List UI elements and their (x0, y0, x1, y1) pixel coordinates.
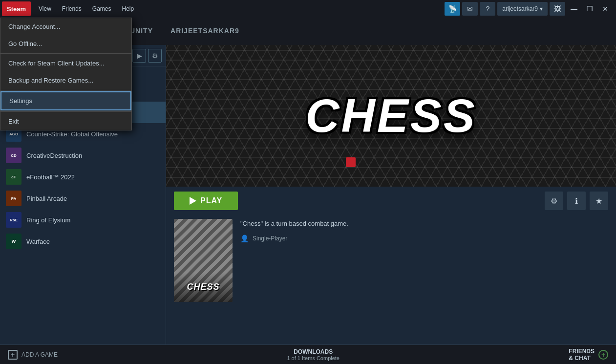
downloads-status[interactable]: DOWNLOADS 1 of 1 Items Complete (287, 348, 340, 361)
game-item-efootball[interactable]: eF eFootball™ 2022 (0, 166, 166, 188)
game-item-pinball[interactable]: PA Pinball Arcade (0, 188, 166, 209)
play-triangle-icon (190, 197, 196, 205)
game-name-roe: Ring of Elysium (26, 216, 70, 224)
thumb-title: CHESS (187, 282, 219, 292)
thumb-background: CHESS (174, 219, 233, 302)
game-name-pinball: Pinball Arcade (26, 195, 67, 202)
close-button[interactable]: ✕ (598, 2, 612, 16)
dropdown-arrow-icon: ▾ (540, 5, 543, 12)
filter-button[interactable]: ⚙ (148, 49, 162, 63)
minimize-button[interactable]: — (567, 2, 581, 16)
game-item-warface[interactable]: W Warface (0, 231, 166, 252)
downloads-title: DOWNLOADS (294, 348, 333, 355)
game-thumbnail: CHESS (174, 219, 233, 302)
game-content: CHESS PLAY ⚙ ℹ ★ CHESS "Ches (166, 45, 616, 344)
title-bar-right: 📡 ✉ ? arijeetsarkar9 ▾ 🖼 — ❐ ✕ (445, 2, 616, 16)
dropdown-settings[interactable]: Settings (0, 91, 131, 110)
game-hero-banner: CHESS (166, 45, 616, 187)
play-sort-button[interactable]: ▶ (132, 49, 146, 63)
hero-background: CHESS (166, 45, 616, 187)
game-icon-roe: RoE (6, 212, 21, 228)
red-badge-icon (346, 157, 356, 167)
dropdown-divider-1 (0, 53, 131, 54)
friends-add-icon: + (598, 350, 608, 360)
game-item-creativedestruction[interactable]: CD CreativeDestruction (0, 145, 166, 166)
game-actions-bar: PLAY ⚙ ℹ ★ (166, 187, 616, 215)
add-icon: + (8, 350, 18, 360)
dropdown-check-updates[interactable]: Check for Steam Client Updates... (0, 55, 131, 72)
dropdown-change-account[interactable]: Change Account... (0, 18, 131, 35)
title-bar: Steam View Friends Games Help 📡 ✉ ? arij… (0, 0, 616, 18)
play-label: PLAY (200, 196, 222, 205)
friends-chat-button[interactable]: FRIENDS& CHAT + (569, 348, 608, 362)
tab-username[interactable]: ARIJEETSARKAR9 (163, 18, 247, 45)
game-icon-warface: W (6, 234, 21, 249)
favorite-action-button[interactable]: ★ (590, 192, 608, 210)
dropdown-divider-3 (0, 111, 131, 112)
game-icon-efootball: eF (6, 169, 21, 185)
menu-friends[interactable]: Friends (57, 0, 86, 18)
game-item-roe[interactable]: RoE Ring of Elysium (0, 209, 166, 231)
game-name-csgo: Counter-Strike: Global Offensive (26, 130, 118, 138)
broadcast-icon-button[interactable]: 📡 (445, 2, 460, 16)
dropdown-go-offline[interactable]: Go Offline... (0, 35, 131, 52)
downloads-subtitle: 1 of 1 Items Complete (287, 355, 340, 361)
steam-dropdown-menu: Change Account... Go Offline... Check fo… (0, 18, 132, 130)
title-bar-left: Steam View Friends Games Help (0, 0, 139, 18)
info-action-button[interactable]: ℹ (567, 192, 586, 210)
game-description-panel: "Chess" is a turn based combat game. 👤 S… (240, 219, 608, 302)
game-info-section: CHESS "Chess" is a turn based combat gam… (166, 215, 616, 306)
dropdown-backup-restore[interactable]: Backup and Restore Games... (0, 72, 131, 89)
user-account-button[interactable]: arijeetsarkar9 ▾ (497, 2, 548, 16)
menu-help[interactable]: Help (117, 0, 139, 18)
menu-view[interactable]: View (34, 0, 56, 18)
screenshot-icon-button[interactable]: 🖼 (550, 2, 565, 16)
status-bar: + ADD A GAME DOWNLOADS 1 of 1 Items Comp… (0, 344, 616, 364)
single-player-tag: Single-Player (253, 235, 287, 242)
steam-menu-button[interactable]: Steam (2, 1, 31, 16)
username-label: arijeetsarkar9 (502, 5, 538, 12)
game-name-efootball: eFootball™ 2022 (26, 173, 75, 181)
help-icon-button[interactable]: ? (480, 2, 495, 16)
game-name-warface: Warface (26, 238, 50, 245)
single-player-icon: 👤 (240, 235, 249, 242)
play-button[interactable]: PLAY (174, 192, 238, 210)
game-name-cd: CreativeDestruction (26, 152, 82, 159)
dropdown-divider-2 (0, 90, 131, 90)
game-icon-pinball: PA (6, 191, 21, 206)
game-icon-cd: CD (6, 148, 21, 163)
game-tags: 👤 Single-Player (240, 235, 608, 242)
notifications-icon-button[interactable]: ✉ (462, 2, 478, 16)
hero-game-title: CHESS (305, 89, 477, 143)
game-description-text: "Chess" is a turn based combat game. (240, 219, 608, 229)
friends-chat-label: FRIENDS& CHAT (569, 348, 595, 362)
settings-action-button[interactable]: ⚙ (545, 192, 563, 210)
dropdown-exit[interactable]: Exit (0, 113, 131, 130)
add-game-label: ADD A GAME (21, 351, 58, 358)
menu-games[interactable]: Games (87, 0, 116, 18)
add-game-button[interactable]: + ADD A GAME (8, 350, 58, 360)
maximize-button[interactable]: ❐ (583, 2, 596, 16)
